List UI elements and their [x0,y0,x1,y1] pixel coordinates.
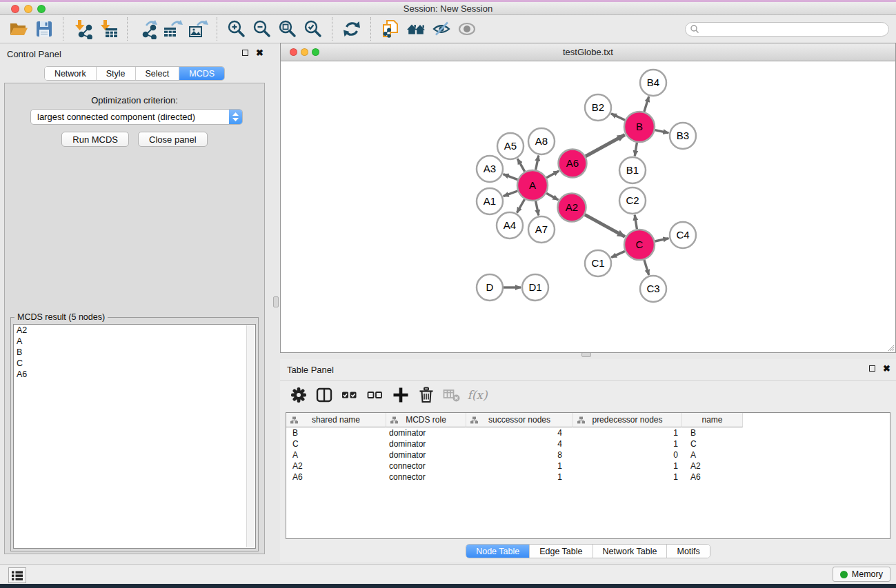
float-panel-icon[interactable] [242,50,248,56]
edge-B-B1[interactable] [635,143,637,156]
edge-C-C3[interactable] [644,260,649,275]
column-header-shared-name[interactable]: shared name [286,413,386,427]
mcds-result-item[interactable]: A2 [14,325,255,336]
close-panel-icon[interactable]: ✖ [256,50,263,56]
close-table-panel-icon[interactable]: ✖ [883,365,890,372]
table-row-B[interactable]: Bdominator41B [286,427,890,438]
network-window-titlebar[interactable]: testGlobe.txt [281,43,895,61]
edge-A6-B[interactable] [586,135,625,156]
cell: dominator [386,427,466,438]
zoom-selected-icon[interactable] [300,17,326,41]
node-label-C4: C4 [676,229,689,241]
table-row-A2[interactable]: A2connector11A2 [286,460,890,472]
edge-B-B2[interactable] [611,114,625,120]
cell: C [682,438,743,449]
criterion-dropdown[interactable]: largest connected component (directed) [30,109,243,125]
tab-mcds[interactable]: MCDS [179,67,224,80]
edge-B-B4[interactable] [644,97,649,112]
edge-C-C2[interactable] [635,215,637,230]
node-label-A1: A1 [484,195,496,207]
table-tab-network-table[interactable]: Network Table [593,545,668,558]
export-table-icon[interactable] [159,17,185,41]
column-header-mcds-role[interactable]: MCDS role [386,413,466,427]
toolbar-separator [370,17,371,41]
show-graphics-details-icon[interactable] [428,17,454,41]
zoom-out-icon[interactable] [249,17,275,41]
function-builder-icon[interactable]: f(x) [467,384,488,406]
birds-eye-view-icon[interactable] [454,17,479,41]
edge-A-A7[interactable] [536,201,539,216]
run-mcds-button[interactable]: Run MCDS [61,132,129,147]
float-table-panel-icon[interactable] [869,365,875,372]
cell-filler [743,449,890,460]
tab-select[interactable]: Select [136,67,180,80]
cell: 0 [573,449,682,460]
search-box[interactable] [685,22,889,37]
close-panel-button[interactable]: Close panel [138,132,208,147]
edge-B-B3[interactable] [655,130,669,133]
table-options-icon[interactable] [288,384,309,406]
delete-table-icon[interactable] [441,384,462,406]
edge-A-A1[interactable] [504,191,518,196]
edge-A-A3[interactable] [504,174,518,180]
zoom-in-icon[interactable] [223,17,249,41]
delete-columns-icon[interactable] [416,384,437,406]
table-tab-motifs[interactable]: Motifs [667,545,709,558]
column-header-filler [743,413,890,427]
edge-A-A8[interactable] [536,156,539,170]
cell: 4 [466,438,573,449]
import-table-icon[interactable] [95,17,121,41]
table-row-C[interactable]: Cdominator41C [286,438,890,449]
horizontal-divider-handle[interactable] [581,352,591,357]
table-tab-edge-table[interactable]: Edge Table [530,545,593,558]
resize-grip-icon[interactable] [886,343,895,352]
app-titlebar: Session: New Session [0,2,896,15]
vertical-divider-handle[interactable] [273,296,279,307]
tab-network[interactable]: Network [45,67,97,80]
export-network-icon[interactable] [134,17,159,41]
network-graph[interactable]: B4B2BB3A5A8A6B1A3AA1C2A2A4A7C4CC1C3DD1 [281,61,895,352]
edge-A-A6[interactable] [546,171,559,178]
column-header-predecessor-nodes[interactable]: predecessor nodes [573,413,682,427]
import-network-icon[interactable] [70,17,95,41]
column-header-successor-nodes[interactable]: successor nodes [466,413,573,427]
clone-network-icon[interactable] [377,17,403,41]
mcds-result-list[interactable]: A2ABCA6 [13,324,256,549]
column-header-name[interactable]: name [682,413,743,427]
node-table[interactable]: shared nameMCDS rolesuccessor nodesprede… [286,412,890,539]
open-session-icon[interactable] [6,17,31,41]
cell: 1 [466,472,573,483]
cell-filler [743,438,890,449]
refresh-view-icon[interactable] [339,17,364,41]
memory-button[interactable]: Memory [833,567,890,582]
network-canvas[interactable]: B4B2BB3A5A8A6B1A3AA1C2A2A4A7C4CC1C3DD1 [281,61,895,352]
table-tab-node-table[interactable]: Node Table [466,545,530,558]
node-label-A: A [529,179,536,191]
mcds-result-item[interactable]: C [14,358,255,369]
select-all-icon[interactable] [339,384,360,406]
task-history-button[interactable] [8,567,26,583]
node-label-C: C [636,239,644,250]
edge-C-C1[interactable] [611,251,625,257]
edge-A-A5[interactable] [517,159,524,172]
add-column-icon[interactable] [390,384,411,406]
mcds-result-item[interactable]: A6 [14,369,255,380]
result-scrollbar-track[interactable] [246,325,255,547]
mcds-result-item[interactable]: A [14,336,255,347]
table-row-A6[interactable]: A6connector11A6 [286,472,890,483]
show-columns-icon[interactable] [314,384,335,406]
export-image-icon[interactable] [185,17,210,41]
control-panel-tabs: NetworkStyleSelectMCDS [0,66,269,81]
mcds-result-item[interactable]: B [14,347,255,358]
edge-C-C4[interactable] [655,239,669,241]
deselect-all-icon[interactable] [365,384,386,406]
search-input[interactable] [699,23,888,35]
edge-A-A4[interactable] [517,199,524,213]
home-icon[interactable] [403,17,428,41]
edge-A2-C[interactable] [585,214,625,236]
save-session-icon[interactable] [31,17,57,41]
zoom-fit-icon[interactable] [275,17,300,41]
table-row-A[interactable]: Adominator80A [286,449,890,460]
tab-style[interactable]: Style [97,67,136,80]
edge-A-A2[interactable] [546,193,558,200]
